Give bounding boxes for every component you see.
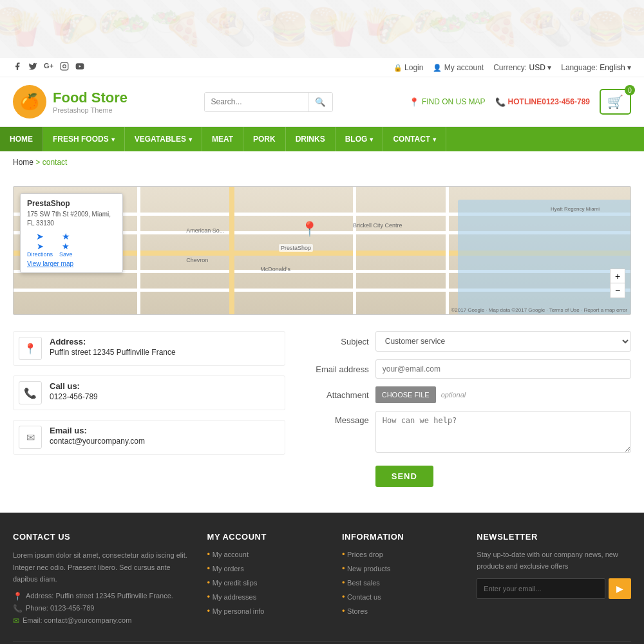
email-control <box>375 359 631 379</box>
footer-credit-slips-item: My credit slips <box>207 578 326 587</box>
email-text: Email us: contact@yourcompany.com <box>50 426 145 446</box>
attachment-label: Attachment <box>305 390 369 400</box>
my-orders-link[interactable]: My orders <box>213 565 244 573</box>
attachment-control: CHOOSE FILE optional <box>375 386 631 403</box>
my-personal-info-link[interactable]: My personal info <box>213 607 265 615</box>
nav-blog[interactable]: BLOG <box>336 127 384 151</box>
optional-text: optional <box>441 391 466 399</box>
address-text: Address: Puffin street 12345 Puffinville… <box>50 337 176 357</box>
nav-contact[interactable]: CONTACT <box>383 127 446 151</box>
language-selector[interactable]: English <box>600 63 625 72</box>
instagram-link[interactable] <box>60 62 69 73</box>
footer-information-title: INFORMATION <box>342 532 460 542</box>
my-credit-slips-link[interactable]: My credit slips <box>213 579 258 587</box>
map-actions: ➤ Directions ★ Save <box>27 231 116 258</box>
twitter-link[interactable] <box>28 62 37 73</box>
nav-meat[interactable]: MEAT <box>202 127 243 151</box>
best-sales-link[interactable]: Best sales <box>347 579 380 587</box>
logo-subtitle: Prestashop Theme <box>53 106 128 114</box>
footer-address: Address: Puffin street 12345 Puffinville… <box>13 592 191 601</box>
currency-label: Currency: USD ▾ <box>493 63 551 72</box>
map-pin: 📍 <box>301 221 318 238</box>
map-container: American So... PrestaShop Brickell City … <box>13 186 631 315</box>
youtube-link[interactable] <box>75 62 84 73</box>
map-save-btn[interactable]: ★ Save <box>59 231 73 258</box>
message-textarea[interactable] <box>375 411 631 453</box>
footer-my-account-list: My account My orders My credit slips My … <box>207 549 326 616</box>
nav-vegetables[interactable]: VEGATABLES <box>125 127 202 151</box>
breadcrumb: Home > contact <box>0 151 644 173</box>
contact-form: Subject Customer service General inquiry… <box>305 331 631 487</box>
phone-icon: 📞 <box>19 381 42 404</box>
hotline-display: HOTLINE0123-456-789 <box>495 97 590 107</box>
newsletter-description: Stay up-to-date with our company news, n… <box>477 549 631 572</box>
address-info: 📍 Address: Puffin street 12345 Puffinvil… <box>13 331 285 366</box>
footer-email: Email: contact@yourcompany.com <box>13 616 191 625</box>
newsletter-submit-button[interactable]: ▶ <box>609 578 631 599</box>
footer-phone: Phone: 0123-456-789 <box>13 604 191 613</box>
choose-file-button[interactable]: CHOOSE FILE <box>375 386 436 403</box>
my-account-link[interactable]: My account <box>433 63 484 72</box>
main-content: American So... PrestaShop Brickell City … <box>0 173 644 513</box>
search-bar: 🔍 <box>204 92 333 112</box>
phone-info: 📞 Call us: 0123-456-789 <box>13 375 285 410</box>
map-view-larger-link[interactable]: View larger map <box>27 260 116 267</box>
nav-drinks[interactable]: DRINKS <box>286 127 336 151</box>
footer-my-account-item: My account <box>207 549 326 559</box>
email-info: ✉ Email us: contact@yourcompany.com <box>13 420 285 455</box>
map-zoom-out[interactable]: − <box>611 283 625 298</box>
subject-control: Customer service General inquiry Technic… <box>375 331 631 352</box>
prices-drop-link[interactable]: Prices drop <box>347 551 383 558</box>
find-on-map-link[interactable]: FIND ON US MAP <box>409 97 486 107</box>
message-row: Message <box>305 411 631 455</box>
stores-link[interactable]: Stores <box>347 607 368 615</box>
newsletter-email-input[interactable] <box>477 578 605 599</box>
facebook-link[interactable] <box>13 62 22 73</box>
email-input[interactable] <box>375 359 631 379</box>
contact-us-link[interactable]: Contact us <box>347 593 381 601</box>
footer-newsletter-section: NEWSLETTER Stay up-to-date with our comp… <box>477 532 631 629</box>
breadcrumb-home[interactable]: Home <box>13 158 33 167</box>
svg-rect-0 <box>61 62 68 70</box>
new-products-link[interactable]: New products <box>347 565 390 573</box>
contact-form-area: 📍 Address: Puffin street 12345 Puffinvil… <box>13 331 631 487</box>
cart-button[interactable]: 0 <box>600 89 631 115</box>
footer-my-orders-item: My orders <box>207 564 326 573</box>
footer-contact-description: Lorem ipsum dolor sit amet, consectetur … <box>13 549 191 585</box>
footer: CONTACT US Lorem ipsum dolor sit amet, c… <box>0 513 644 644</box>
search-button[interactable]: 🔍 <box>308 93 332 111</box>
subject-row: Subject Customer service General inquiry… <box>305 331 631 352</box>
nav-fresh-foods[interactable]: FRESH FOODS <box>43 127 125 151</box>
footer-information-list: Prices drop New products Best sales Cont… <box>342 549 460 616</box>
email-icon: ✉ <box>19 426 42 449</box>
cart-count: 0 <box>625 85 635 95</box>
my-addresses-link[interactable]: My addresses <box>213 593 256 601</box>
nav-pork[interactable]: PORK <box>243 127 286 151</box>
map-directions-btn[interactable]: ➤ Directions <box>27 231 53 258</box>
send-row: SEND <box>305 462 631 487</box>
map-business-name: PrestaShop <box>27 199 116 208</box>
top-bar: G+ Login My account Currency: USD ▾ Lang… <box>0 58 644 77</box>
footer-contact-us-item: Contact us <box>342 592 460 601</box>
breadcrumb-sep: > <box>35 158 40 167</box>
send-button[interactable]: SEND <box>375 466 433 487</box>
phone-text: Call us: 0123-456-789 <box>50 381 98 401</box>
header: 🍊 Food Store Prestashop Theme 🔍 FIND ON … <box>0 77 644 127</box>
email-label: Email address <box>305 365 369 374</box>
footer-grid: CONTACT US Lorem ipsum dolor sit amet, c… <box>13 532 631 629</box>
currency-selector[interactable]: USD <box>529 63 545 72</box>
nav-home[interactable]: HOME <box>0 127 43 151</box>
message-control <box>375 411 631 455</box>
main-nav: HOME FRESH FOODS VEGATABLES MEAT PORK DR… <box>0 127 644 151</box>
googleplus-link[interactable]: G+ <box>44 62 53 73</box>
search-input[interactable] <box>205 93 308 111</box>
footer-bottom: Copyright 2017 Food Store Co., LTD. All … <box>13 641 631 644</box>
subject-select[interactable]: Customer service General inquiry Technic… <box>375 331 631 352</box>
logo-area: 🍊 Food Store Prestashop Theme <box>13 85 128 118</box>
footer-prices-drop-item: Prices drop <box>342 549 460 559</box>
logo-icon: 🍊 <box>13 85 46 118</box>
login-link[interactable]: Login <box>393 63 424 72</box>
map-zoom-in[interactable]: + <box>611 269 625 283</box>
top-banner: 🍔🍟🌮🥗🍕🌯🍔🍟🌮🥗🍕🌯🍔🍟 <box>0 0 644 58</box>
my-account-link[interactable]: My account <box>213 551 249 558</box>
